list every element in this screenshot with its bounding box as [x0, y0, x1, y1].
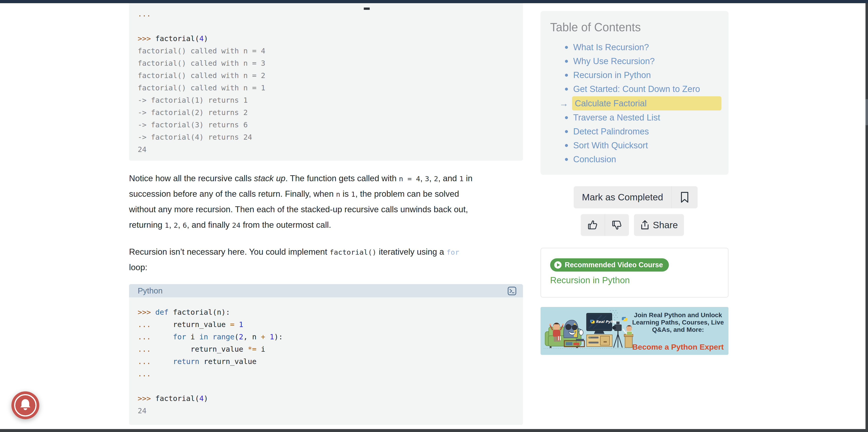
text-span: ,	[178, 220, 183, 230]
code-line: ... return_value = 1	[129, 318, 523, 331]
code-line	[129, 20, 523, 32]
toc-item[interactable]: Get Started: Count Down to Zero	[540, 82, 728, 96]
code-line: -> factorial(4) returns 24	[129, 131, 523, 143]
thumbs-up-icon	[587, 220, 598, 231]
code-line: >>> def factorial(n):	[129, 306, 523, 318]
toc-item[interactable]: Sort With Quicksort	[540, 138, 728, 153]
toc-item[interactable]: Traverse a Nested List	[540, 111, 728, 125]
toc-item[interactable]: What Is Recursion?	[540, 40, 728, 54]
bullet-icon	[565, 116, 568, 119]
bookmark-icon	[680, 192, 689, 203]
scrollbar-thumb[interactable]	[866, 99, 868, 125]
toc-item-active[interactable]: →Calculate Factorial	[540, 96, 728, 111]
text-span: Notice how all the recursive calls	[129, 174, 254, 183]
code-language-label: Python	[138, 286, 163, 295]
code-line: ... return return_value	[129, 355, 523, 368]
text-span: . The function gets called with	[285, 174, 399, 183]
code-line: -> factorial(2) returns 2	[129, 106, 523, 119]
text-span: ,	[169, 220, 174, 230]
notification-bell-button[interactable]	[11, 391, 39, 419]
inline-code: 1	[165, 221, 169, 229]
text-span: succession before any of the calls retur…	[129, 189, 336, 199]
toc-list: What Is Recursion?Why Use Recursion?Recu…	[540, 40, 728, 166]
mark-completed-button[interactable]: Mark as Completed	[574, 192, 671, 203]
toc-link[interactable]: Conclusion	[573, 155, 616, 164]
code-line: 24	[129, 405, 523, 417]
thumbs-down-icon	[612, 220, 622, 231]
thumbs-down-button[interactable]	[605, 220, 629, 231]
paragraph-stack-up: Notice how all the recursive calls stack…	[129, 171, 526, 233]
code-line: -> factorial(3) returns 6	[129, 119, 523, 131]
text-span: loop:	[129, 263, 147, 272]
text-span: returning	[129, 220, 165, 230]
inline-code: 1	[351, 190, 355, 198]
bullet-icon	[565, 144, 568, 147]
inline-code: n = 4	[399, 174, 420, 183]
toc-link[interactable]: Detect Palindromes	[573, 127, 649, 136]
toc-item[interactable]: Conclusion	[540, 153, 728, 166]
ad-cta-link[interactable]: Become a Python Expert »	[629, 342, 727, 355]
toc-link[interactable]: Sort With Quicksort	[573, 141, 648, 151]
toc-link[interactable]: What Is Recursion?	[573, 42, 649, 52]
inline-code-link[interactable]: for	[446, 248, 459, 256]
code-line: -> factorial(1) returns 1	[129, 94, 523, 106]
share-icon	[640, 219, 650, 231]
toc-item[interactable]: Recursion in Python	[540, 68, 728, 82]
toc-link[interactable]: Get Started: Count Down to Zero	[573, 84, 700, 94]
ad-illustration: Real Python	[542, 307, 633, 355]
share-label: Share	[653, 220, 678, 231]
inline-code: 2	[434, 174, 438, 183]
share-button[interactable]: Share	[634, 214, 684, 236]
bookmark-button[interactable]	[672, 192, 698, 203]
video-course-badge[interactable]: Recommended Video Course	[550, 258, 669, 272]
text-span: stack up	[254, 174, 285, 183]
paragraph-line: loop:	[129, 260, 526, 275]
inline-code: 24	[232, 221, 241, 229]
top-navigation-bar	[0, 0, 868, 3]
toc-title: Table of Contents	[540, 11, 728, 34]
text-span: in	[464, 174, 472, 183]
bullet-icon	[565, 130, 568, 133]
text-span: Recursion isn’t necessary here. You coul…	[129, 247, 330, 257]
ad-headline-line: Join Real Python and Unlock	[629, 311, 727, 319]
bullet-icon	[565, 74, 568, 77]
inline-code: 3	[425, 174, 429, 183]
inline-code: 6	[183, 221, 187, 229]
code-line: ...	[129, 368, 523, 380]
text-span: ,	[420, 174, 425, 183]
thumbs-up-button[interactable]	[581, 220, 605, 231]
video-course-link[interactable]: Recursion in Python	[550, 275, 630, 285]
ad-headline-line: Q&As, and More:	[629, 326, 727, 333]
ad-text-block: Join Real Python and Unlock Learning Pat…	[629, 311, 727, 355]
mark-completed-button-group[interactable]: Mark as Completed	[574, 186, 698, 208]
inline-code: factorial()	[330, 248, 376, 256]
text-span: , and finally	[187, 220, 232, 230]
ad-headline-line: Learning Paths, Courses, Live	[629, 319, 727, 326]
play-icon	[554, 261, 562, 269]
toc-item[interactable]: Detect Palindromes	[540, 125, 728, 138]
code-block-header: Python	[129, 284, 523, 297]
code-line	[129, 380, 523, 392]
text-span: iteratively using a	[377, 247, 446, 257]
toc-link[interactable]: Traverse a Nested List	[573, 113, 660, 123]
cut-off-code-fragment	[364, 7, 370, 10]
code-block-output: ...>>> factorial(4)factorial() called wi…	[129, 3, 523, 161]
mark-completed-label: Mark as Completed	[582, 192, 663, 202]
toc-link[interactable]: Why Use Recursion?	[573, 56, 655, 66]
real-python-ad-banner[interactable]: Real Python Join Real Python and Unlock …	[540, 307, 728, 355]
text-span: , and	[438, 174, 460, 183]
bullet-icon	[565, 158, 568, 161]
paragraph-line: Notice how all the recursive calls stack…	[129, 171, 526, 186]
code-line: ... return_value *= i	[129, 343, 523, 355]
toc-item[interactable]: Why Use Recursion?	[540, 54, 728, 68]
scrollbar-track[interactable]	[866, 3, 868, 432]
bullet-icon	[565, 46, 568, 49]
bullet-icon	[565, 88, 568, 91]
paragraph-line: without any more recursion. Then each of…	[129, 202, 526, 217]
toc-link[interactable]: Recursion in Python	[573, 70, 651, 80]
svg-text:Real Python: Real Python	[596, 320, 619, 324]
code-line: 24	[129, 143, 523, 156]
toc-link[interactable]: Calculate Factorial	[572, 96, 721, 110]
inline-code: 2	[174, 221, 178, 229]
code-line: ... for i in range(2, n + 1):	[129, 331, 523, 343]
